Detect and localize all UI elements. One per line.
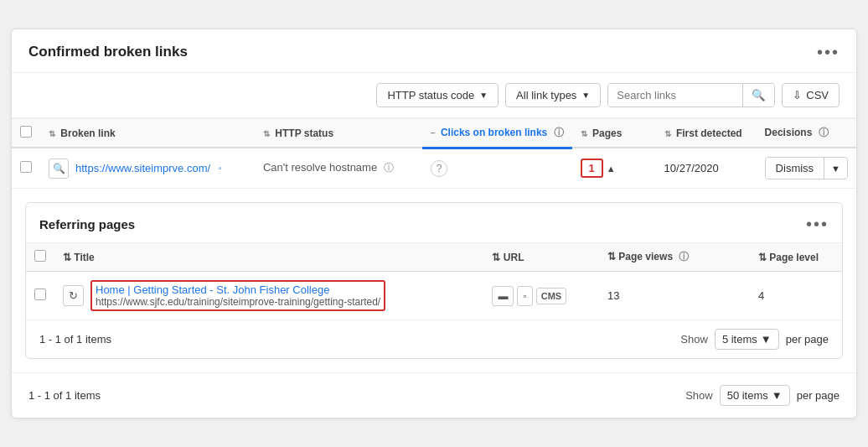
download-icon: ⇩ xyxy=(793,89,802,101)
http-status-filter[interactable]: HTTP status code ▼ xyxy=(376,83,499,107)
first-detected-cell: 10/27/2020 xyxy=(656,148,757,189)
th-check xyxy=(12,118,40,148)
clicks-cell: ? xyxy=(422,148,572,189)
referring-menu-button[interactable]: ••• xyxy=(806,215,829,234)
sort-arrows-icon: ⇅ xyxy=(49,129,55,138)
outer-items-per-page-select[interactable]: 50 items ▼ xyxy=(720,385,790,406)
outer-pagination-info: 1 - 1 of 1 items xyxy=(28,389,101,402)
sort-arrows-icon: ⇅ xyxy=(581,129,587,138)
referring-section: Referring pages ••• ⇅ Title ⇅ URL xyxy=(25,202,843,359)
chevron-down-icon: ▼ xyxy=(824,159,847,178)
th-decisions: Decisions ⓘ xyxy=(757,118,856,148)
decisions-cell: Dismiss ▼ xyxy=(757,148,856,189)
sort-arrows-icon: ⇅ xyxy=(492,252,500,263)
chevron-down-icon: ▼ xyxy=(761,333,772,346)
row-search-icon[interactable]: 🔍 xyxy=(49,159,69,179)
external-link-icon: ▫ xyxy=(219,164,222,173)
csv-export-button[interactable]: ⇩ CSV xyxy=(782,83,840,107)
referring-header: Referring pages ••• xyxy=(26,203,842,242)
chevron-down-icon: ▼ xyxy=(479,91,488,100)
broken-links-table: ⇅ Broken link ⇅ HTTP status – Clicks on … xyxy=(12,118,856,190)
card-menu-button[interactable]: ••• xyxy=(817,43,840,62)
chevron-down-icon: ▼ xyxy=(772,389,783,402)
info-icon[interactable]: ⓘ xyxy=(384,162,394,174)
th-http-status[interactable]: ⇅ HTTP status xyxy=(255,118,422,148)
ref-th-url[interactable]: ⇅ URL xyxy=(483,243,599,272)
search-button[interactable]: 🔍 xyxy=(742,84,774,107)
th-broken-link[interactable]: ⇅ Broken link xyxy=(40,118,255,148)
th-clicks[interactable]: – Clicks on broken links ⓘ xyxy=(422,118,572,148)
th-first-detected[interactable]: ⇅ First detected xyxy=(656,118,757,148)
cms-badge[interactable]: CMS xyxy=(536,288,566,304)
row-check-cell xyxy=(12,148,40,189)
ref-link-title[interactable]: Home | Getting Started - St. John Fisher… xyxy=(96,283,380,296)
th-pages[interactable]: ⇅ Pages xyxy=(572,118,656,148)
ref-url-cell: ▬ ▫ CMS xyxy=(483,272,599,320)
search-input[interactable] xyxy=(608,84,742,107)
referring-title: Referring pages xyxy=(39,217,135,231)
info-icon[interactable]: ⓘ xyxy=(554,127,564,138)
broken-link-url[interactable]: https://www.siteimprve.com/ xyxy=(75,162,210,174)
main-card: Confirmed broken links ••• HTTP status c… xyxy=(11,29,857,419)
highlighted-link-block: Home | Getting Started - St. John Fisher… xyxy=(90,280,385,311)
select-all-checkbox[interactable] xyxy=(20,126,32,138)
referring-table: ⇅ Title ⇅ URL ⇅ Page views ⓘ ⇅ Page le xyxy=(26,242,842,320)
action-icons: ▬ ▫ CMS xyxy=(492,286,591,306)
sort-arrows-icon: – xyxy=(431,128,436,138)
page-preview-button[interactable]: ▬ xyxy=(492,286,514,306)
page-title: Confirmed broken links xyxy=(28,44,188,60)
outer-pagination: 1 - 1 of 1 items Show 50 items ▼ per pag… xyxy=(12,372,856,418)
table-row: 🔍 https://www.siteimprve.com/ ▫ Can't re… xyxy=(12,148,856,189)
ref-th-check xyxy=(26,243,54,272)
ref-link-url: https://www.sjfc.edu/training/siteimprov… xyxy=(96,296,380,308)
http-status-cell: Can't resolve hostname ⓘ xyxy=(255,148,422,189)
info-icon[interactable]: ⓘ xyxy=(819,127,829,138)
sort-arrows-icon: ⇅ xyxy=(758,252,767,263)
card-header: Confirmed broken links ••• xyxy=(12,29,856,73)
ref-title-cell: ↻ Home | Getting Started - St. John Fish… xyxy=(54,272,483,320)
ref-row-check-cell xyxy=(26,272,54,320)
outer-show-control: Show 50 items ▼ per page xyxy=(685,385,840,406)
dismiss-button[interactable]: Dismiss ▼ xyxy=(765,157,848,179)
ref-th-page-level[interactable]: ⇅ Page level xyxy=(750,243,842,272)
link-types-filter[interactable]: All link types ▼ xyxy=(505,83,601,107)
pages-cell: 1 ▲ xyxy=(572,148,656,189)
row-checkbox[interactable] xyxy=(20,161,32,173)
ref-th-page-views[interactable]: ⇅ Page views ⓘ xyxy=(599,243,750,272)
ref-pagination-info: 1 - 1 of 1 items xyxy=(39,333,111,346)
ref-table-row: ↻ Home | Getting Started - St. John Fish… xyxy=(26,272,842,320)
sort-arrows-icon: ⇅ xyxy=(607,251,616,262)
search-icon: 🔍 xyxy=(752,89,766,101)
question-icon[interactable]: ? xyxy=(431,160,447,177)
ref-show-control: Show 5 items ▼ per page xyxy=(680,329,829,350)
pages-count[interactable]: 1 xyxy=(581,159,603,178)
ref-select-all-checkbox[interactable] xyxy=(34,250,46,262)
search-container: 🔍 xyxy=(607,83,775,107)
ref-page-level-cell: 4 xyxy=(750,272,842,320)
main-table-container: ⇅ Broken link ⇅ HTTP status – Clicks on … xyxy=(12,118,856,190)
toolbar: HTTP status code ▼ All link types ▼ 🔍 ⇩ … xyxy=(12,73,856,118)
sort-arrows-icon: ⇅ xyxy=(664,129,671,138)
sort-arrows-icon: ⇅ xyxy=(263,129,270,138)
chevron-down-icon: ▼ xyxy=(581,91,590,100)
expand-arrow-icon[interactable]: ▲ xyxy=(607,164,616,174)
ref-page-views-cell: 13 xyxy=(599,272,750,320)
ref-th-title[interactable]: ⇅ Title xyxy=(54,243,483,272)
refresh-icon[interactable]: ↻ xyxy=(63,285,84,306)
info-icon[interactable]: ⓘ xyxy=(679,251,689,262)
ref-row-checkbox[interactable] xyxy=(34,288,46,300)
ref-pagination-row: 1 - 1 of 1 items Show 5 items ▼ per page xyxy=(26,320,842,358)
external-open-button[interactable]: ▫ xyxy=(517,286,532,306)
ref-items-per-page-select[interactable]: 5 items ▼ xyxy=(715,329,779,350)
broken-link-cell: 🔍 https://www.siteimprve.com/ ▫ xyxy=(40,148,255,189)
sort-arrows-icon: ⇅ xyxy=(63,252,71,263)
